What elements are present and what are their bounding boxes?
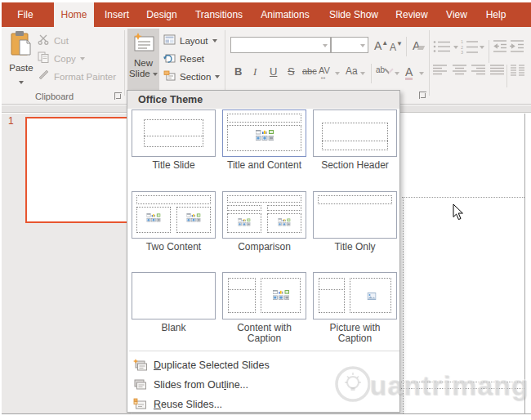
tab-slide-show[interactable]: Slide Show (325, 2, 382, 27)
paste-button[interactable]: Paste (5, 30, 38, 101)
reset-button[interactable]: Reset (163, 51, 204, 66)
numbering-button[interactable]: 1 2 3 (461, 39, 479, 57)
svg-text:2: 2 (461, 45, 463, 50)
content-icons (239, 215, 251, 230)
tab-design[interactable]: Design (142, 2, 181, 27)
font-name-combo[interactable] (230, 37, 331, 53)
thumb-placeholder (227, 195, 301, 203)
change-case-arrow (360, 72, 365, 75)
bold-button[interactable]: B (234, 65, 242, 78)
clipboard-group-label: Clipboard (35, 92, 74, 101)
new-slide-label-line2: Slide (127, 69, 159, 79)
tab-animations[interactable]: Animations (257, 2, 314, 27)
layout-label: Title Only (313, 242, 397, 252)
menu-item-label: Slides from Outline... (154, 379, 248, 391)
font-size-combo[interactable] (331, 37, 368, 53)
svg-text:1: 1 (461, 39, 463, 44)
layout-option-blank[interactable]: Blank (132, 272, 216, 333)
layout-option-title-and-content[interactable]: Title and Content (222, 109, 306, 171)
align-left-button[interactable] (433, 65, 447, 79)
paste-dropdown-arrow[interactable] (19, 81, 24, 84)
layout-option-two-content[interactable]: Two Content (132, 191, 216, 252)
italic-button[interactable]: I (253, 65, 257, 78)
justify-button[interactable] (490, 65, 504, 79)
section-button[interactable]: Section (163, 69, 220, 84)
reset-icon (163, 51, 176, 66)
picture-icon (367, 288, 376, 303)
tab-home[interactable]: Home (54, 2, 94, 27)
clear-formatting-button[interactable]: A (413, 39, 424, 52)
reset-label: Reset (180, 54, 204, 64)
layout-thumb-title-only (313, 191, 397, 239)
group-separator (506, 65, 507, 87)
group-separator (371, 64, 372, 83)
tab-file[interactable]: File (8, 2, 42, 27)
layout-label: Two Content (132, 242, 216, 252)
group-separator (489, 40, 489, 63)
menu-item-slides-from-outline[interactable]: Slides from Outline... (127, 376, 399, 393)
thumb-placeholder (227, 205, 261, 211)
menu-item-duplicate-selected-slides[interactable]: Duplicate Selected Slides (127, 356, 399, 373)
font-name-dropdown-arrow[interactable] (323, 44, 328, 47)
char-spacing-arrows-icon: ↔ (319, 73, 327, 81)
layout-thumb-picture-with-caption (313, 272, 397, 319)
section-icon (163, 69, 176, 84)
format-painter-button[interactable]: Format Painter (38, 69, 116, 84)
copy-icon (38, 51, 50, 66)
tab-help[interactable]: Help (482, 2, 510, 27)
align-center-button[interactable] (453, 65, 466, 79)
clipboard-dialog-launcher[interactable] (114, 92, 122, 100)
bullets-arrow (453, 46, 458, 49)
new-slide-gallery-dropdown: Office Theme Title Slide (127, 90, 400, 413)
group-separator (225, 30, 225, 96)
layout-thumb-content-with-caption (222, 272, 306, 319)
tab-view[interactable]: View (441, 2, 472, 27)
decrease-indent-button[interactable] (493, 40, 507, 56)
layout-label: Title and Content (222, 160, 306, 171)
copy-button[interactable]: Copy (38, 51, 85, 66)
content-icons (256, 129, 274, 144)
bullets-button[interactable] (433, 40, 451, 56)
layout-label: Comparison (222, 242, 306, 252)
svg-text:3: 3 (461, 50, 463, 54)
underline-button[interactable]: U (270, 65, 277, 78)
layout-label: Content with Caption (222, 323, 306, 344)
paste-clipboard-icon (9, 47, 33, 60)
layout-thumb-title-slide (132, 109, 216, 157)
layout-option-content-with-caption[interactable]: Content with Caption (222, 272, 306, 344)
tab-transitions[interactable]: Transitions (193, 2, 245, 27)
layout-option-comparison[interactable]: Comparison (222, 191, 306, 252)
thumb-placeholder (267, 205, 301, 211)
layout-button[interactable]: Layout (163, 33, 217, 48)
character-spacing-button[interactable]: AV↔ (319, 65, 330, 75)
eraser-icon (417, 46, 425, 50)
layout-option-picture-with-caption[interactable]: Picture with Caption (313, 272, 397, 344)
align-right-button[interactable] (471, 65, 485, 79)
font-dialog-launcher[interactable] (419, 92, 426, 99)
tab-insert[interactable]: Insert (101, 2, 132, 27)
thumb-placeholder (144, 119, 203, 147)
increase-indent-button[interactable] (510, 40, 524, 56)
duplicate-slides-icon (133, 359, 148, 375)
grow-font-button[interactable]: A▲ (374, 39, 388, 52)
strikethrough-button[interactable]: abc (302, 66, 317, 76)
highlight-color-button[interactable]: ab (376, 65, 392, 74)
menu-item-reuse-slides[interactable]: Reuse Slides... (127, 395, 399, 413)
text-shadow-button[interactable]: S (288, 65, 295, 78)
shrink-font-button[interactable]: A▼ (390, 40, 403, 53)
layout-option-section-header[interactable]: Section Header (313, 109, 397, 171)
font-size-dropdown-arrow[interactable] (360, 44, 365, 47)
cut-button[interactable]: Cut (38, 33, 69, 48)
change-case-button[interactable]: Aa (346, 65, 358, 77)
layout-option-title-only[interactable]: Title Only (313, 191, 397, 252)
thumb-placeholder-divider (144, 136, 203, 136)
font-color-button[interactable]: A (405, 65, 413, 80)
tab-review[interactable]: Review (392, 2, 431, 27)
new-slide-dropdown-arrow (153, 73, 158, 76)
new-slide-icon (127, 33, 159, 57)
shrink-font-caret-icon: ▼ (396, 40, 403, 47)
scissors-icon (38, 34, 50, 48)
highlight-pen-icon (384, 65, 393, 74)
columns-button[interactable] (511, 65, 524, 79)
layout-option-title-slide[interactable]: Title Slide (132, 109, 216, 171)
